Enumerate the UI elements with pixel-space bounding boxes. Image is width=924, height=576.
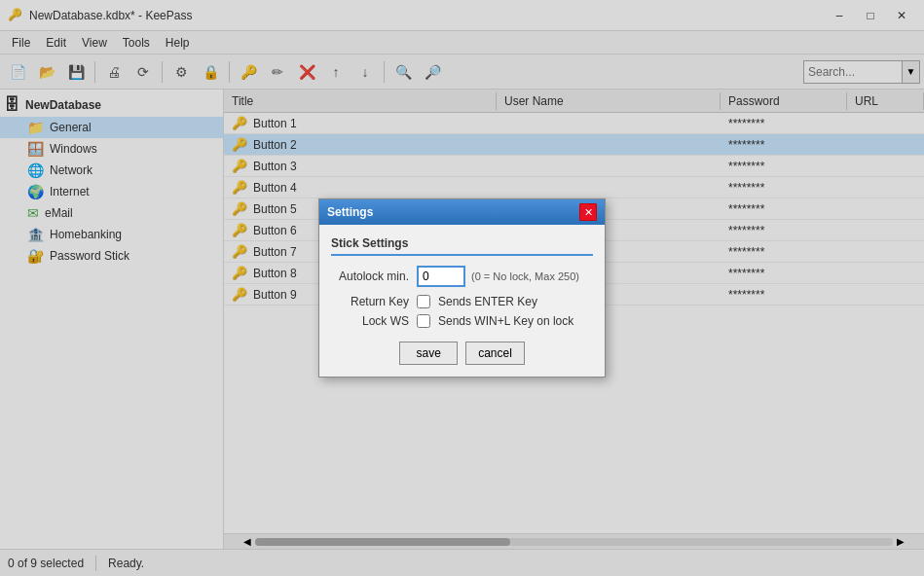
lock-ws-label: Lock WS <box>331 314 409 328</box>
cancel-button[interactable]: cancel <box>465 342 525 365</box>
autolock-label: Autolock min. <box>331 270 409 283</box>
dialog-buttons: save cancel <box>331 342 593 365</box>
lock-ws-checkbox[interactable] <box>417 314 430 328</box>
settings-dialog: Settings ✕ Stick Settings Autolock min. … <box>318 198 606 378</box>
modal-overlay: Settings ✕ Stick Settings Autolock min. … <box>0 0 924 576</box>
autolock-row: Autolock min. (0 = No lock, Max 250) <box>331 266 593 287</box>
return-key-row: Return Key Sends ENTER Key <box>331 295 593 308</box>
lock-ws-row: Lock WS Sends WIN+L Key on lock <box>331 314 593 328</box>
return-key-label: Return Key <box>331 295 409 308</box>
lock-ws-text: Sends WIN+L Key on lock <box>438 314 573 328</box>
dialog-body: Stick Settings Autolock min. (0 = No loc… <box>319 225 605 377</box>
dialog-title: Settings <box>327 205 373 219</box>
save-button[interactable]: save <box>399 342 458 365</box>
dialog-section-title: Stick Settings <box>331 236 593 256</box>
autolock-hint: (0 = No lock, Max 250) <box>471 270 579 282</box>
return-key-text: Sends ENTER Key <box>438 295 537 308</box>
return-key-checkbox[interactable] <box>417 295 430 308</box>
autolock-input[interactable] <box>417 266 465 287</box>
dialog-close-button[interactable]: ✕ <box>579 203 597 221</box>
dialog-title-bar: Settings ✕ <box>319 199 605 225</box>
